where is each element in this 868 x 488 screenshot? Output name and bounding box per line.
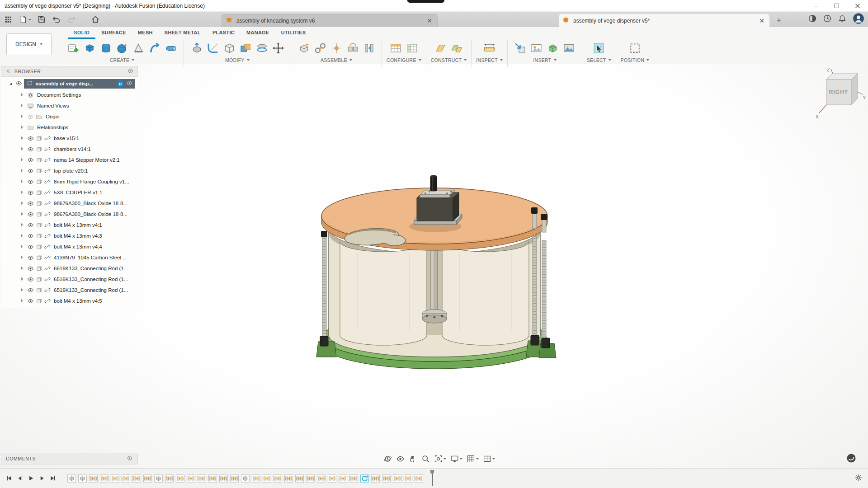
- visibility-eye-icon[interactable]: [27, 233, 34, 239]
- ribbon-tab-sheet-metal[interactable]: SHEET METAL: [159, 27, 207, 39]
- browser-root-item[interactable]: assembly of vege disp... D: [1, 78, 138, 89]
- expand-triangle-icon[interactable]: [19, 211, 25, 217]
- app-grid-icon[interactable]: [3, 14, 14, 25]
- step-forward-button[interactable]: [37, 474, 46, 483]
- tool-group-label-configure[interactable]: CONFIGURE: [387, 57, 421, 63]
- fit-icon[interactable]: [433, 454, 448, 464]
- timeline-settings-icon[interactable]: [854, 474, 863, 483]
- timeline-feature-component-2[interactable]: [78, 473, 87, 484]
- expand-triangle-icon[interactable]: [19, 92, 25, 98]
- expand-triangle-icon[interactable]: [19, 255, 25, 260]
- timeline-feature-joint-32[interactable]: [403, 473, 413, 484]
- expand-triangle-icon[interactable]: [19, 298, 25, 304]
- timeline-feature-joint-31[interactable]: [392, 473, 402, 484]
- notifications-bell-icon[interactable]: [838, 14, 847, 25]
- shell-icon[interactable]: [221, 39, 237, 56]
- timeline-feature-joint-18[interactable]: [251, 473, 261, 484]
- expand-triangle-icon[interactable]: [19, 157, 25, 163]
- browser-item-4138n79-1045-carbon-steel[interactable]: 4138N79_1045 Carbon Steel ...: [1, 252, 138, 263]
- tool-group-label-select[interactable]: SELECT: [587, 57, 611, 63]
- visibility-eye-icon[interactable]: [27, 189, 34, 196]
- press-pull-icon[interactable]: [189, 39, 205, 56]
- expand-triangle-icon[interactable]: [19, 244, 25, 249]
- insert-derive-icon[interactable]: [512, 39, 528, 56]
- browser-item-base-v15-1[interactable]: base v15:1: [1, 133, 138, 144]
- timeline-feature-joint-20[interactable]: [273, 473, 283, 484]
- recent-activity-icon[interactable]: [823, 14, 832, 25]
- pipe-icon[interactable]: [163, 39, 179, 56]
- ribbon-tab-solid[interactable]: SOLID: [68, 27, 95, 39]
- expand-triangle-icon[interactable]: [19, 233, 25, 239]
- browser-item-bolt-m4-x-13mm-v4-4[interactable]: bolt M4 x 13mm v4:4: [1, 241, 138, 252]
- tab-assembly-of-kneading-system[interactable]: assembly of kneading system v6 ✕: [222, 14, 438, 27]
- tool-group-label-modify[interactable]: MODIFY: [225, 57, 250, 63]
- grid-snap-icon[interactable]: [465, 454, 480, 464]
- timeline-feature-joint-16[interactable]: [230, 473, 239, 484]
- browser-item-origin[interactable]: Origin: [1, 111, 138, 122]
- visibility-eye-icon[interactable]: [27, 276, 34, 283]
- browser-item-8mm-rigid-flange-coupling-v1[interactable]: 8mm Rigid Flange Coupling v1...: [1, 176, 138, 187]
- tool-group-label-inspect[interactable]: INSPECT: [476, 57, 503, 63]
- visibility-eye-icon[interactable]: [27, 157, 34, 164]
- configuration-icon[interactable]: [387, 39, 404, 56]
- file-menu-icon[interactable]: [18, 14, 32, 25]
- fillet-icon[interactable]: [205, 39, 221, 56]
- browser-item-bolt-m4-x-13mm-v4-1[interactable]: bolt M4 x 13mm v4:1: [1, 220, 138, 230]
- browser-item-top-plate-v20-1[interactable]: top plate v20:1: [1, 165, 138, 176]
- rigid-group-icon[interactable]: [344, 39, 361, 56]
- expand-triangle-icon[interactable]: [19, 190, 25, 195]
- browser-item-document-settings[interactable]: Document Settings: [1, 89, 138, 100]
- configuration-table-icon[interactable]: [404, 39, 420, 56]
- combine-icon[interactable]: [237, 39, 254, 56]
- visibility-eye-icon[interactable]: [27, 200, 34, 207]
- primitive-box-icon[interactable]: [81, 39, 98, 56]
- minimize-button[interactable]: [806, 0, 826, 11]
- ribbon-tab-manage[interactable]: MANAGE: [241, 27, 275, 39]
- timeline-marker[interactable]: [429, 470, 435, 488]
- expand-triangle-icon[interactable]: [7, 81, 14, 87]
- timeline-feature-joint-30[interactable]: [382, 473, 391, 484]
- panel-options-icon[interactable]: [127, 455, 133, 462]
- browser-item-6516k133-connecting-rod-1[interactable]: 6516K133_Connecting Rod (1...: [1, 285, 138, 296]
- timeline-feature-joint-5[interactable]: [110, 473, 120, 484]
- sweep-icon[interactable]: [146, 39, 163, 56]
- browser-item-relationships[interactable]: Relationships: [1, 122, 138, 133]
- undo-icon[interactable]: [51, 14, 62, 25]
- tool-group-label-position[interactable]: POSITION: [621, 57, 650, 63]
- expand-triangle-icon[interactable]: [19, 179, 25, 184]
- redo-icon[interactable]: [66, 14, 77, 25]
- browser-item-6516k133-connecting-rod-1[interactable]: 6516K133_Connecting Rod (1...: [1, 263, 138, 274]
- tool-group-label-construct[interactable]: CONSTRUCT: [431, 57, 467, 63]
- timeline-feature-joint-10[interactable]: [165, 473, 174, 484]
- select-icon[interactable]: [591, 39, 607, 56]
- timeline-feature-component-1[interactable]: [67, 473, 76, 484]
- timeline-feature-motion-28[interactable]: [360, 473, 369, 484]
- timeline-feature-joint-22[interactable]: [295, 473, 304, 484]
- timeline-feature-joint-29[interactable]: [371, 473, 380, 484]
- timeline-feature-component-17[interactable]: [241, 473, 250, 484]
- offset-face-icon[interactable]: [254, 39, 270, 56]
- activate-component-icon[interactable]: [126, 80, 132, 87]
- collapse-panel-icon[interactable]: [5, 68, 11, 75]
- timeline-feature-joint-14[interactable]: [208, 473, 217, 484]
- maximize-button[interactable]: [826, 0, 847, 11]
- visibility-eye-icon[interactable]: [27, 298, 34, 305]
- timeline-feature-joint-11[interactable]: [175, 473, 185, 484]
- viewports-icon[interactable]: [481, 454, 496, 464]
- ribbon-tab-plastic[interactable]: PLASTIC: [207, 27, 241, 39]
- timeline-feature-joint-24[interactable]: [316, 473, 326, 484]
- timeline-feature-joint-26[interactable]: [338, 473, 348, 484]
- save-icon[interactable]: [36, 14, 47, 25]
- timeline-feature-joint-27[interactable]: [349, 473, 359, 484]
- visibility-eye-icon[interactable]: [15, 80, 22, 88]
- expand-triangle-icon[interactable]: [19, 266, 25, 271]
- decal-icon[interactable]: [528, 39, 545, 56]
- expand-triangle-icon[interactable]: [19, 168, 25, 174]
- comments-panel[interactable]: COMMENTS: [1, 453, 138, 465]
- construction-axis-icon[interactable]: [449, 39, 465, 56]
- orbit-icon[interactable]: [382, 454, 393, 464]
- position-icon[interactable]: [627, 39, 643, 56]
- expand-triangle-icon[interactable]: [19, 114, 25, 119]
- visibility-eye-icon[interactable]: [27, 178, 34, 185]
- insert-mesh-icon[interactable]: [545, 39, 561, 56]
